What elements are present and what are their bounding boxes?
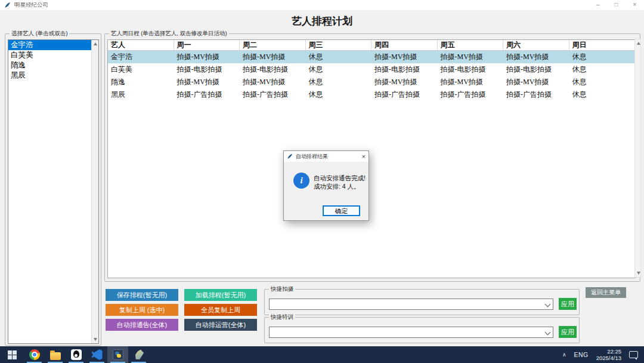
artist-list-item[interactable]: 隋逸 <box>8 60 98 70</box>
schedule-cell[interactable]: 拍摄-MV拍摄 <box>438 51 504 63</box>
auto-announce-all-button[interactable]: 自动排通告(全体) <box>106 319 178 331</box>
artist-list-item[interactable]: 白芙美 <box>8 50 98 60</box>
schedule-cell[interactable]: 休息 <box>306 63 372 76</box>
schedule-row[interactable]: 金宇浩拍摄-MV拍摄拍摄-MV拍摄休息拍摄-MV拍摄拍摄-MV拍摄拍摄-MV拍摄… <box>108 51 635 63</box>
column-header[interactable]: 周日 <box>569 40 636 50</box>
feather-app-icon <box>132 348 145 362</box>
clock[interactable]: 22:25 2025/4/13 <box>596 348 621 361</box>
schedule-cell[interactable]: 拍摄-MV拍摄 <box>174 51 240 63</box>
schedule-cell[interactable]: 拍摄-电影拍摄 <box>438 63 504 76</box>
python-taskbar-button[interactable] <box>107 346 128 363</box>
back-to-menu-button[interactable]: 返回主菜单 <box>586 287 626 298</box>
column-header[interactable]: 周四 <box>371 40 438 50</box>
schedule-table-body: 金宇浩拍摄-MV拍摄拍摄-MV拍摄休息拍摄-MV拍摄拍摄-MV拍摄拍摄-MV拍摄… <box>108 51 635 101</box>
quick-training-combobox[interactable] <box>269 327 553 338</box>
quick-training-apply-button[interactable]: 应用 <box>559 326 577 338</box>
schedule-cell[interactable]: 白芙美 <box>108 63 174 76</box>
schedule-cell[interactable]: 拍摄-广告拍摄 <box>240 88 306 101</box>
scroll-down-icon[interactable] <box>94 338 97 341</box>
scroll-up-icon[interactable] <box>94 42 97 45</box>
copy-last-week-button[interactable]: 复制上周 (选中) <box>106 304 178 316</box>
column-header[interactable]: 周五 <box>438 40 504 50</box>
schedule-cell[interactable]: 拍摄-MV拍摄 <box>240 76 306 88</box>
schedule-cell[interactable]: 拍摄-电影拍摄 <box>174 63 240 76</box>
tray-expand-icon[interactable]: ∧ <box>562 352 566 358</box>
qq-taskbar-button[interactable] <box>66 346 86 363</box>
copy-last-week-all-button[interactable]: 全员复制上周 <box>184 304 257 316</box>
schedule-cell[interactable]: 拍摄-电影拍摄 <box>371 63 438 76</box>
column-header[interactable]: 周六 <box>503 40 569 50</box>
schedule-cell[interactable]: 拍摄-电影拍摄 <box>240 63 306 76</box>
schedule-cell[interactable]: 拍摄-MV拍摄 <box>240 51 306 63</box>
minimize-button[interactable]: – <box>589 0 607 10</box>
schedule-cell[interactable]: 休息 <box>569 76 636 88</box>
schedule-cell[interactable]: 隋逸 <box>108 76 174 88</box>
schedule-cell[interactable]: 休息 <box>306 51 372 63</box>
schedule-row[interactable]: 黑辰拍摄-广告拍摄拍摄-广告拍摄休息拍摄-广告拍摄拍摄-广告拍摄拍摄-广告拍摄休… <box>108 88 635 101</box>
artist-list-scrollbar[interactable] <box>91 40 98 343</box>
taskbar: ∧ ENG 22:25 2025/4/13 <box>0 346 644 363</box>
window-title: 明星经纪公司 <box>14 1 48 9</box>
artist-listbox[interactable]: 金宇浩白芙美隋逸黑辰 <box>8 39 99 344</box>
schedule-cell[interactable]: 拍摄-广告拍摄 <box>503 88 569 101</box>
schedule-cell[interactable]: 金宇浩 <box>108 51 174 63</box>
quick-shoot-apply-button[interactable]: 应用 <box>559 298 577 310</box>
feather-app-taskbar-button[interactable] <box>128 346 149 363</box>
dialog-title: 自动排程结果 <box>296 153 328 161</box>
schedule-cell[interactable]: 拍摄-广告拍摄 <box>438 88 504 101</box>
schedule-cell[interactable]: 拍摄-MV拍摄 <box>174 76 240 88</box>
schedule-cell[interactable]: 休息 <box>306 76 372 88</box>
vscode-taskbar-button[interactable] <box>86 346 107 363</box>
maximize-button[interactable]: □ <box>607 0 626 10</box>
schedule-cell[interactable]: 拍摄-MV拍摄 <box>503 51 569 63</box>
explorer-icon <box>50 352 61 360</box>
schedule-header-row: 艺人周一周二周三周四周五周六周日 <box>108 40 635 51</box>
quick-training-label: 快捷特训 <box>269 313 295 321</box>
artist-list-item[interactable]: 金宇浩 <box>8 40 98 50</box>
schedule-cell[interactable]: 拍摄-MV拍摄 <box>371 76 438 88</box>
schedule-row[interactable]: 隋逸拍摄-MV拍摄拍摄-MV拍摄休息拍摄-MV拍摄拍摄-MV拍摄拍摄-MV拍摄休… <box>108 76 635 88</box>
schedule-cell[interactable]: 休息 <box>569 88 636 101</box>
vscode-icon <box>92 349 103 360</box>
column-header[interactable]: 周三 <box>306 40 372 50</box>
chevron-down-icon[interactable] <box>545 302 551 307</box>
feather-icon <box>4 2 11 8</box>
artist-list-item[interactable]: 黑辰 <box>8 70 98 81</box>
chevron-down-icon[interactable] <box>545 330 551 336</box>
chrome-icon <box>29 349 40 360</box>
column-header[interactable]: 周二 <box>240 40 306 50</box>
chrome-taskbar-button[interactable] <box>24 346 45 363</box>
column-header[interactable]: 周一 <box>174 40 240 50</box>
ok-button[interactable]: 确定 <box>323 205 360 216</box>
schedule-row[interactable]: 白芙美拍摄-电影拍摄拍摄-电影拍摄休息拍摄-电影拍摄拍摄-电影拍摄拍摄-电影拍摄… <box>108 63 635 76</box>
python-icon <box>113 349 123 360</box>
start-button[interactable] <box>0 346 24 363</box>
schedule-table-scrollbar[interactable] <box>634 39 641 278</box>
schedule-cell[interactable]: 拍摄-电影拍摄 <box>503 63 569 76</box>
scroll-down-icon[interactable] <box>637 272 640 275</box>
load-schedule-button[interactable]: 加载排程(暂无用) <box>184 289 257 301</box>
schedule-cell[interactable]: 休息 <box>306 88 372 101</box>
save-schedule-button[interactable]: 保存排程(暂无用) <box>106 289 178 301</box>
quick-shoot-combobox[interactable] <box>269 299 553 310</box>
scroll-up-icon[interactable] <box>637 42 640 45</box>
dialog-message: 自动安排通告完成! 成功安排: 4 人。 <box>314 174 366 190</box>
schedule-cell[interactable]: 拍摄-MV拍摄 <box>371 51 438 63</box>
schedule-cell[interactable]: 拍摄-MV拍摄 <box>503 76 569 88</box>
schedule-panel-label: 艺人周日程 (单击选择艺人, 双击修改单日活动) <box>109 30 229 38</box>
schedule-cell[interactable]: 拍摄-广告拍摄 <box>174 88 240 101</box>
schedule-cell[interactable]: 拍摄-MV拍摄 <box>438 76 504 88</box>
explorer-taskbar-button[interactable] <box>45 346 66 363</box>
page-title: 艺人排程计划 <box>0 14 644 28</box>
dialog-close-icon[interactable]: × <box>362 152 366 161</box>
schedule-cell[interactable]: 休息 <box>569 63 636 76</box>
column-header[interactable]: 艺人 <box>108 40 174 50</box>
language-indicator[interactable]: ENG <box>574 351 588 358</box>
notification-icon[interactable] <box>629 351 638 358</box>
schedule-cell[interactable]: 拍摄-广告拍摄 <box>371 88 438 101</box>
schedule-cell[interactable]: 黑辰 <box>108 88 174 101</box>
auto-operations-all-button[interactable]: 自动排运营(全体) <box>184 319 257 331</box>
close-button[interactable]: × <box>626 0 644 10</box>
schedule-table[interactable]: 艺人周一周二周三周四周五周六周日 金宇浩拍摄-MV拍摄拍摄-MV拍摄休息拍摄-M… <box>107 39 636 278</box>
schedule-cell[interactable]: 休息 <box>569 51 636 63</box>
